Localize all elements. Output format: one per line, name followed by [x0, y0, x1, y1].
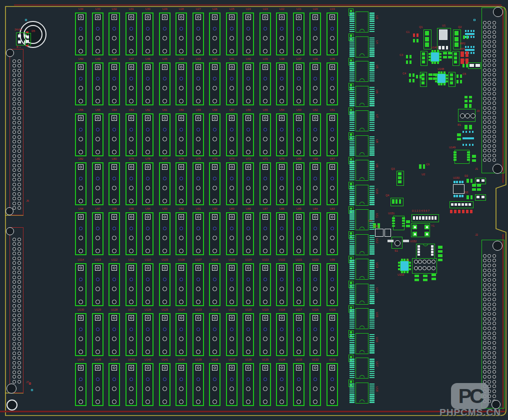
- component-relay[interactable]: [192, 212, 204, 255]
- component-relay[interactable]: [310, 363, 321, 406]
- component-relay[interactable]: [126, 62, 137, 105]
- component-relay[interactable]: [260, 113, 271, 156]
- component-relay[interactable]: [242, 162, 254, 205]
- component-chip2v[interactable]: [423, 275, 428, 281]
- component-dpak[interactable]: [437, 28, 451, 51]
- component-relay[interactable]: [260, 62, 271, 105]
- component-chip3v[interactable]: [396, 171, 404, 186]
- component-grid4_green[interactable]: [464, 96, 472, 103]
- component-relay[interactable]: [126, 113, 137, 156]
- component-relay[interactable]: [159, 363, 170, 406]
- component-ic[interactable]: [356, 308, 368, 329]
- component-relay[interactable]: [209, 313, 220, 356]
- component-chip2r[interactable]: [413, 33, 418, 37]
- component-relay[interactable]: [209, 113, 220, 156]
- component-xtal4[interactable]: [411, 223, 430, 237]
- component-chip3h[interactable]: [390, 198, 404, 206]
- component-chip2h[interactable]: [413, 39, 418, 42]
- component-relay[interactable]: [92, 162, 104, 205]
- component-relay[interactable]: [75, 12, 86, 55]
- component-relay[interactable]: [326, 162, 338, 205]
- component-relay[interactable]: [310, 212, 321, 255]
- component-relay[interactable]: [108, 62, 120, 105]
- component-ic[interactable]: [356, 234, 368, 255]
- component-chip3v[interactable]: [424, 29, 432, 49]
- component-relay[interactable]: [326, 363, 338, 406]
- component-relay[interactable]: [126, 313, 137, 356]
- component-relay[interactable]: [209, 62, 220, 105]
- component-relay[interactable]: [260, 212, 271, 255]
- component-relay[interactable]: [209, 12, 220, 55]
- component-relay[interactable]: [176, 313, 187, 356]
- component-relay[interactable]: [209, 263, 220, 306]
- component-relay[interactable]: [176, 363, 187, 406]
- component-relay[interactable]: [92, 212, 104, 255]
- component-relay[interactable]: [176, 113, 187, 156]
- component-qfp_cyan[interactable]: [429, 50, 441, 63]
- component-white_bar[interactable]: [388, 240, 394, 242]
- component-ic[interactable]: [356, 110, 368, 131]
- component-relay[interactable]: [293, 62, 304, 105]
- component-relay[interactable]: [276, 363, 288, 406]
- pcb-canvas[interactable]: U34U33U32U31U30U29U28U27U26U25U24U23U22U…: [0, 0, 508, 420]
- component-relay[interactable]: [159, 62, 170, 105]
- component-relay[interactable]: [75, 62, 86, 105]
- component-relay[interactable]: [108, 12, 120, 55]
- component-red_row[interactable]: [450, 210, 474, 216]
- component-relay[interactable]: [176, 62, 187, 105]
- component-ic[interactable]: [356, 209, 368, 230]
- component-relay[interactable]: [126, 263, 137, 306]
- component-relay[interactable]: [276, 212, 288, 255]
- component-relay[interactable]: [276, 113, 288, 156]
- component-relay[interactable]: [142, 263, 154, 306]
- component-relay[interactable]: [260, 263, 271, 306]
- component-relay[interactable]: [293, 263, 304, 306]
- component-chip2v[interactable]: [443, 52, 447, 58]
- component-relay[interactable]: [92, 113, 104, 156]
- component-relay[interactable]: [276, 12, 288, 55]
- component-white2[interactable]: [468, 62, 481, 69]
- component-relay[interactable]: [126, 212, 137, 255]
- component-relay[interactable]: [92, 263, 104, 306]
- component-chip2h[interactable]: [462, 64, 468, 67]
- component-relay[interactable]: [176, 263, 187, 306]
- component-ic[interactable]: [356, 358, 368, 379]
- component-chip2h[interactable]: [409, 73, 414, 77]
- component-relay[interactable]: [209, 363, 220, 406]
- component-ic[interactable]: [356, 86, 368, 107]
- component-ic[interactable]: [356, 135, 368, 156]
- component-chip3v[interactable]: [448, 72, 456, 87]
- component-relay[interactable]: [159, 113, 170, 156]
- component-terminal3[interactable]: [458, 109, 476, 122]
- component-relay[interactable]: [192, 12, 204, 55]
- component-header_sq[interactable]: [412, 214, 439, 222]
- component-relay[interactable]: [209, 212, 220, 255]
- component-relay[interactable]: [192, 62, 204, 105]
- component-ic[interactable]: [356, 61, 368, 82]
- component-chip2v[interactable]: [414, 275, 419, 281]
- component-chip2h[interactable]: [419, 164, 425, 169]
- component-relay[interactable]: [326, 212, 338, 255]
- component-relay[interactable]: [293, 162, 304, 205]
- component-relay[interactable]: [159, 263, 170, 306]
- component-relay[interactable]: [142, 162, 154, 205]
- component-relay[interactable]: [126, 162, 137, 205]
- component-relay[interactable]: [326, 12, 338, 55]
- component-relay[interactable]: [226, 263, 238, 306]
- component-resnet8[interactable]: [462, 131, 474, 146]
- component-relay[interactable]: [242, 263, 254, 306]
- component-ic[interactable]: [356, 11, 368, 32]
- component-relay[interactable]: [92, 12, 104, 55]
- component-relay[interactable]: [159, 162, 170, 205]
- component-relay[interactable]: [142, 62, 154, 105]
- component-edge-connector[interactable]: [10, 227, 24, 393]
- component-relay[interactable]: [176, 212, 187, 255]
- component-chip2v[interactable]: [438, 254, 442, 261]
- component-relay[interactable]: [108, 363, 120, 406]
- component-relay[interactable]: [75, 363, 86, 406]
- component-relay[interactable]: [242, 113, 254, 156]
- component-header2x5[interactable]: [412, 258, 437, 274]
- component-chip2v[interactable]: [472, 155, 476, 162]
- component-relay[interactable]: [108, 263, 120, 306]
- component-relay[interactable]: [142, 363, 154, 406]
